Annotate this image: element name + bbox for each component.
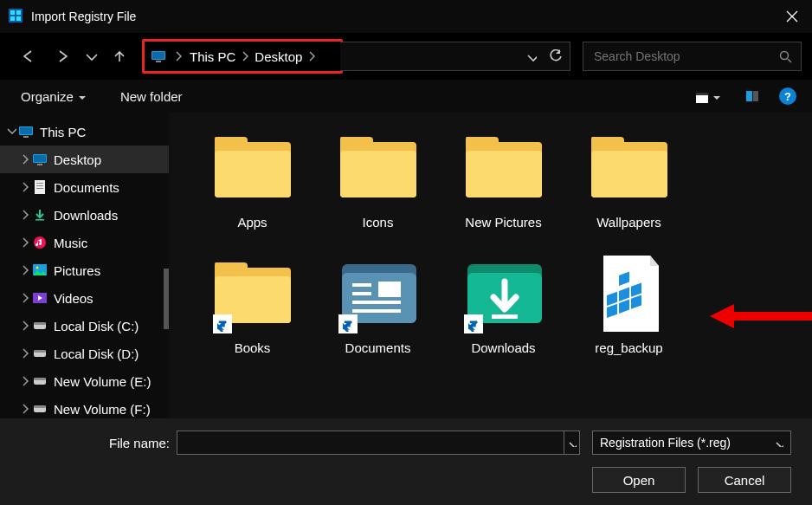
file-item-downloads[interactable]: Downloads xyxy=(441,250,566,376)
chevron-right-icon[interactable] xyxy=(21,182,33,192)
file-item-new-pictures[interactable]: New Pictures xyxy=(441,125,566,250)
file-item-label: Wallpapers xyxy=(596,215,661,230)
tree-item-label: New Volume (F:) xyxy=(54,402,151,417)
file-item-wallpapers[interactable]: Wallpapers xyxy=(566,125,692,250)
folder-icon xyxy=(211,126,294,210)
tree-item-new-volume-f-[interactable]: New Volume (F:) xyxy=(0,395,169,418)
tree-item-this-pc[interactable]: This PC xyxy=(0,118,169,146)
tree-item-label: Pictures xyxy=(54,263,100,278)
address-history-dropdown[interactable] xyxy=(526,51,537,62)
filename-input[interactable] xyxy=(177,431,564,455)
search-input[interactable] xyxy=(592,49,779,64)
chevron-right-icon[interactable] xyxy=(21,320,33,331)
address-bar[interactable] xyxy=(340,42,570,71)
back-button[interactable] xyxy=(10,39,45,74)
breadcrumb-this-pc[interactable]: This PC xyxy=(186,49,239,64)
open-button[interactable]: Open xyxy=(592,467,686,493)
preview-icon xyxy=(746,91,758,101)
chevron-right-icon[interactable] xyxy=(21,293,33,303)
search-icon xyxy=(779,50,792,63)
annotation-arrow xyxy=(710,299,812,333)
file-item-documents[interactable]: Documents xyxy=(315,250,441,376)
chevron-right-icon[interactable] xyxy=(21,210,33,220)
tree-item-local-disk-c-[interactable]: Local Disk (C:) xyxy=(0,312,169,340)
file-item-books[interactable]: Books xyxy=(190,250,315,376)
tree-item-pictures[interactable]: Pictures xyxy=(0,256,169,284)
tree-item-new-volume-e-[interactable]: New Volume (E:) xyxy=(0,367,169,395)
chevron-right-icon[interactable] xyxy=(21,237,33,248)
dl-icon xyxy=(33,208,48,222)
shortcut-overlay-icon xyxy=(464,314,483,333)
file-item-label: Documents xyxy=(345,340,411,355)
disk-icon xyxy=(33,319,48,333)
file-item-label: Downloads xyxy=(471,340,535,355)
file-item-apps[interactable]: Apps xyxy=(190,125,315,250)
filename-label: File name: xyxy=(109,436,170,450)
tree-item-label: New Volume (E:) xyxy=(54,374,151,389)
file-item-label: reg_backup xyxy=(595,340,662,355)
breadcrumb-highlight: This PC Desktop xyxy=(142,39,343,74)
title-bar: Import Registry File xyxy=(0,0,812,33)
disk-icon xyxy=(33,374,48,388)
doc-icon xyxy=(33,180,48,194)
cancel-button[interactable]: Cancel xyxy=(698,467,791,493)
chevron-right-icon[interactable] xyxy=(21,404,33,414)
music-icon xyxy=(33,236,48,249)
pc-icon xyxy=(19,125,35,139)
chevron-right-icon[interactable] xyxy=(21,265,33,275)
tree-item-documents[interactable]: Documents xyxy=(0,173,169,201)
close-button[interactable] xyxy=(772,0,812,33)
help-button[interactable]: ? xyxy=(779,87,796,105)
filter-label: Registration Files (*.reg) xyxy=(600,436,775,450)
filename-history-dropdown[interactable] xyxy=(564,431,580,455)
chevron-right-icon[interactable] xyxy=(306,51,318,62)
folder-icon xyxy=(588,126,671,210)
tree-item-label: This PC xyxy=(40,125,86,139)
chevron-right-icon[interactable] xyxy=(239,51,251,62)
chevron-down-icon[interactable] xyxy=(7,126,19,137)
tree-item-desktop[interactable]: Desktop xyxy=(0,146,169,173)
tree-item-label: Downloads xyxy=(54,208,118,223)
recent-locations-button[interactable] xyxy=(80,39,102,74)
search-box[interactable] xyxy=(583,42,802,71)
up-button[interactable] xyxy=(102,39,137,74)
tree-item-videos[interactable]: Videos xyxy=(0,284,169,312)
tree-item-label: Local Disk (D:) xyxy=(54,346,139,361)
file-list[interactable]: AppsIconsNew PicturesWallpapersBooksDocu… xyxy=(169,113,812,418)
disk-icon xyxy=(33,402,48,416)
tree-item-downloads[interactable]: Downloads xyxy=(0,201,169,229)
new-folder-button[interactable]: New folder xyxy=(115,89,188,104)
chevron-right-icon[interactable] xyxy=(172,51,184,62)
navigation-pane: This PCDesktopDocumentsDownloadsMusicPic… xyxy=(0,113,169,418)
view-menu[interactable] xyxy=(691,89,725,104)
disk-icon xyxy=(33,346,48,360)
tree-item-label: Desktop xyxy=(54,152,101,167)
shortcut-overlay-icon xyxy=(338,314,358,333)
preview-pane-button[interactable] xyxy=(741,91,764,101)
folder-icon xyxy=(462,126,545,210)
chevron-right-icon[interactable] xyxy=(21,348,33,359)
chevron-right-icon[interactable] xyxy=(21,376,33,386)
tree-item-label: Music xyxy=(54,236,87,250)
tree-item-music[interactable]: Music xyxy=(0,229,169,256)
file-type-filter[interactable]: Registration Files (*.reg) xyxy=(592,431,791,455)
tree-item-label: Documents xyxy=(54,180,119,195)
app-icon xyxy=(9,9,24,24)
regfile-icon xyxy=(588,252,671,335)
chevron-right-icon[interactable] xyxy=(21,154,33,165)
organize-menu[interactable]: Organize xyxy=(16,89,91,104)
toolbar: Organize New folder ? xyxy=(0,80,812,113)
tree-item-local-disk-d-[interactable]: Local Disk (D:) xyxy=(0,340,169,367)
shortcut-overlay-icon xyxy=(213,314,232,333)
file-item-label: Apps xyxy=(237,215,267,230)
pc-icon xyxy=(33,152,48,166)
file-item-reg-backup[interactable]: reg_backup xyxy=(566,250,692,376)
file-item-label: New Pictures xyxy=(465,215,541,230)
file-item-icons[interactable]: Icons xyxy=(315,125,441,250)
window-title: Import Registry File xyxy=(31,10,136,23)
nav-bar: This PC Desktop xyxy=(0,33,812,80)
breadcrumb-desktop[interactable]: Desktop xyxy=(251,49,306,64)
refresh-button[interactable] xyxy=(549,49,563,63)
vid-icon xyxy=(33,291,48,305)
forward-button[interactable] xyxy=(45,39,80,74)
